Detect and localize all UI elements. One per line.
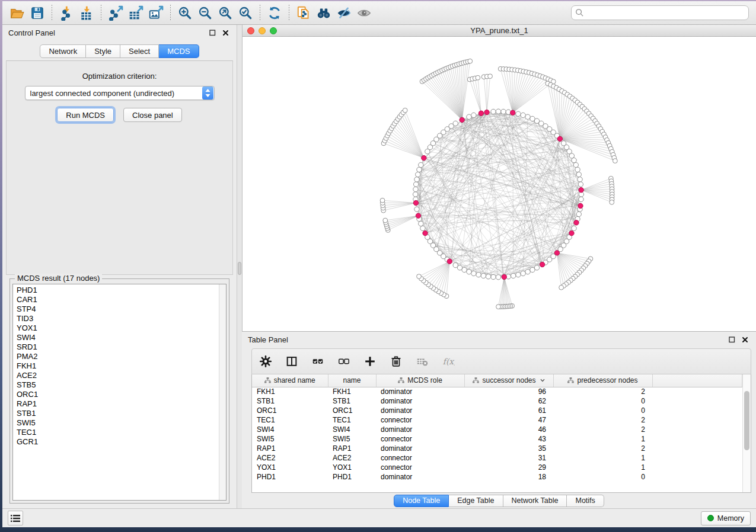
folder-open-icon — [9, 5, 25, 21]
close-panel-button[interactable]: Close panel — [123, 108, 182, 122]
scrollbar-thumb[interactable] — [744, 391, 749, 450]
table-cell: 0 — [553, 396, 652, 406]
column-header[interactable]: successor nodes — [464, 374, 553, 387]
mcds-result-item[interactable]: STP4 — [17, 305, 219, 314]
import-network-button[interactable] — [56, 4, 76, 23]
zoom-in-icon — [177, 5, 193, 21]
task-history-button[interactable] — [8, 511, 23, 525]
network-window-titlebar[interactable]: YPA_prune.txt_1 — [243, 25, 756, 37]
table-cell-filler — [652, 425, 742, 434]
deselect-all-rows-button[interactable] — [335, 352, 353, 370]
table-cell: connector — [376, 453, 464, 463]
table-row[interactable]: ACE2ACE2connector311 — [252, 453, 742, 463]
table-cell: SWI4 — [328, 425, 376, 434]
column-header[interactable]: predecessor nodes — [553, 374, 652, 387]
table-row[interactable]: TEC1TEC1connector472 — [252, 415, 742, 425]
table-row[interactable]: SWI4SWI4dominator462 — [252, 425, 742, 434]
tab-network[interactable]: Network — [40, 44, 86, 58]
window-maximize-icon[interactable] — [270, 27, 277, 34]
table-settings-button[interactable] — [257, 352, 275, 370]
tab-node-table[interactable]: Node Table — [394, 495, 449, 507]
column-header-filler — [652, 374, 742, 387]
mcds-result-item[interactable]: STB1 — [17, 409, 219, 418]
panel-splitter[interactable] — [237, 25, 242, 508]
mcds-result-item[interactable]: SRD1 — [17, 342, 219, 352]
table-cell-filler — [652, 444, 742, 453]
table-cell: SWI4 — [252, 425, 328, 434]
mcds-result-item[interactable]: TEC1 — [17, 428, 219, 437]
add-column-button[interactable] — [361, 352, 379, 370]
mcds-result-item[interactable]: GCR1 — [17, 437, 219, 447]
table-row[interactable]: STB1STB1dominator620 — [252, 396, 742, 406]
delete-column-button[interactable] — [387, 352, 405, 370]
hide-selected-button[interactable] — [334, 4, 354, 23]
mcds-result-item[interactable]: FKH1 — [17, 361, 219, 371]
mcds-result-item[interactable]: YOX1 — [17, 323, 219, 333]
mcds-result-item[interactable]: ACE2 — [17, 371, 219, 380]
export-table-button[interactable] — [126, 4, 146, 23]
memory-button[interactable]: Memory — [701, 511, 751, 525]
show-all-button[interactable] — [354, 4, 374, 23]
splitter-handle[interactable] — [238, 262, 241, 275]
zoom-fit-button[interactable] — [215, 4, 235, 23]
zoom-out-button[interactable] — [195, 4, 215, 23]
table-row[interactable]: YOX1YOX1connector291 — [252, 463, 742, 472]
import-table-button[interactable] — [76, 4, 97, 23]
mcds-result-item[interactable]: PHD1 — [17, 286, 219, 295]
mcds-result-item[interactable]: TID3 — [17, 314, 219, 323]
mcds-result-item[interactable]: ORC1 — [17, 390, 219, 399]
export-table-icon — [128, 5, 143, 21]
close-panel-icon[interactable] — [220, 28, 231, 37]
mcds-list-scrollbar[interactable] — [219, 284, 226, 500]
mcds-result-item[interactable]: SWI5 — [17, 418, 219, 428]
table-header-row: shared namenameMCDS rolesuccessor nodesp… — [252, 374, 742, 387]
table-row[interactable]: PHD1PHD1dominator180 — [252, 472, 742, 482]
table-row[interactable]: ORC1ORC1dominator610 — [252, 406, 742, 415]
run-mcds-button[interactable]: Run MCDS — [57, 108, 114, 122]
mcds-result-item[interactable]: CAR1 — [17, 295, 219, 305]
window-minimize-icon[interactable] — [259, 27, 266, 34]
network-canvas[interactable] — [243, 37, 756, 331]
float-panel-icon[interactable] — [207, 28, 218, 37]
column-header[interactable]: name — [328, 374, 376, 387]
clone-network-button[interactable] — [294, 4, 314, 23]
table-scrollbar[interactable] — [742, 374, 751, 492]
mcds-result-item[interactable]: SWI4 — [17, 333, 219, 342]
tab-edge-table[interactable]: Edge Table — [449, 495, 503, 507]
table-cell-filler — [652, 387, 742, 396]
select-all-rows-button[interactable] — [309, 352, 327, 370]
export-image-button[interactable] — [146, 4, 166, 23]
mcds-result-item[interactable]: PMA2 — [17, 352, 219, 361]
optimization-criterion-select[interactable]: largest connected component (undirected) — [25, 86, 215, 100]
close-panel-icon[interactable] — [739, 335, 750, 344]
find-button[interactable] — [314, 4, 334, 23]
zoom-selected-button[interactable] — [235, 4, 256, 23]
column-header[interactable]: MCDS role — [376, 374, 464, 387]
table-row[interactable]: RAP1RAP1dominator352 — [252, 444, 742, 453]
zoom-in-button[interactable] — [175, 4, 195, 23]
open-session-button[interactable] — [7, 4, 27, 23]
tab-mcds[interactable]: MCDS — [159, 44, 199, 58]
column-visibility-button[interactable] — [283, 352, 301, 370]
apply-layout-button[interactable] — [264, 4, 285, 23]
table-row[interactable]: SWI5SWI5connector431 — [252, 434, 742, 444]
mcds-result-item[interactable]: STB5 — [17, 380, 219, 390]
float-panel-icon[interactable] — [726, 335, 737, 344]
import-network-icon — [59, 5, 74, 21]
table-row[interactable]: FKH1FKH1dominator962 — [252, 387, 742, 396]
window-close-icon[interactable] — [247, 27, 254, 34]
column-header[interactable]: shared name — [252, 374, 328, 387]
gear-icon — [259, 355, 272, 368]
export-network-button[interactable] — [106, 4, 126, 23]
tab-network-table[interactable]: Network Table — [503, 495, 567, 507]
mcds-result-item[interactable]: RAP1 — [17, 399, 219, 409]
eye-icon — [356, 5, 372, 21]
save-session-button[interactable] — [27, 4, 47, 23]
search-input[interactable] — [571, 5, 749, 20]
tab-motifs[interactable]: Motifs — [567, 495, 604, 507]
table-cell: 1 — [553, 463, 652, 472]
table-cell: ORC1 — [328, 406, 376, 415]
table-cell: RAP1 — [252, 444, 328, 453]
tab-select[interactable]: Select — [120, 44, 159, 58]
tab-style[interactable]: Style — [86, 44, 120, 58]
